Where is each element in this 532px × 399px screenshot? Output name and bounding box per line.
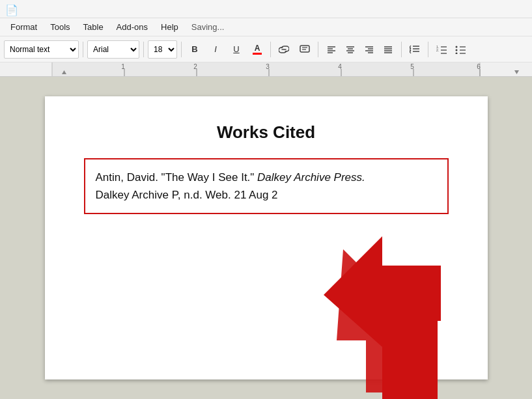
align-left-icon xyxy=(327,46,336,53)
document-area: Works Cited Antin, David. "The Way I See… xyxy=(0,77,532,399)
svg-text:3: 3 xyxy=(266,63,270,70)
ruler-svg: 1 2 3 4 5 6 xyxy=(0,62,532,77)
page: Works Cited Antin, David. "The Way I See… xyxy=(45,96,488,379)
align-right-button[interactable] xyxy=(360,40,378,59)
italic-button[interactable]: I xyxy=(206,40,225,59)
underline-button[interactable]: U xyxy=(227,40,245,59)
svg-rect-1 xyxy=(300,46,309,52)
toolbar: Normal text Arial 18 B I U A xyxy=(0,36,532,62)
list-group: 1. 2. xyxy=(432,40,469,59)
svg-text:1: 1 xyxy=(121,63,125,70)
line-spacing-icon xyxy=(410,45,420,54)
toolbar-separator-5 xyxy=(318,42,318,57)
document-title: Works Cited xyxy=(84,122,449,143)
citation-line-1: Antin, David. "The Way I See It." Dalkey… xyxy=(96,169,437,186)
comment-icon xyxy=(300,45,310,54)
font-color-bar xyxy=(253,53,262,55)
svg-point-30 xyxy=(456,49,458,51)
font-color-button[interactable]: A xyxy=(248,40,266,59)
menu-help[interactable]: Help xyxy=(156,20,184,34)
ordered-list-button[interactable]: 1. 2. xyxy=(432,40,451,59)
link-button[interactable] xyxy=(275,40,293,59)
font-color-letter: A xyxy=(255,44,260,52)
align-justify-icon xyxy=(384,46,393,53)
toolbar-separator-3 xyxy=(181,42,182,57)
link-icon xyxy=(279,46,289,53)
align-justify-button[interactable] xyxy=(379,40,397,59)
align-group xyxy=(322,40,397,59)
svg-point-31 xyxy=(456,52,458,54)
font-select[interactable]: Arial xyxy=(87,40,139,59)
menu-table[interactable]: Table xyxy=(78,20,109,34)
toolbar-separator-6 xyxy=(401,42,402,57)
align-right-icon xyxy=(365,46,374,53)
svg-text:2.: 2. xyxy=(436,48,439,52)
app-window: 📄 Format Tools Table Add-ons Help Saving… xyxy=(0,0,532,399)
app-icon: 📄 xyxy=(5,4,16,14)
ruler: 1 2 3 4 5 6 xyxy=(0,62,532,77)
citation-box: Antin, David. "The Way I See It." Dalkey… xyxy=(84,158,449,214)
ordered-list-icon: 1. 2. xyxy=(436,45,447,54)
toolbar-separator-1 xyxy=(83,42,83,57)
unordered-list-icon xyxy=(455,45,466,54)
svg-text:4: 4 xyxy=(338,63,342,70)
size-select[interactable]: 18 xyxy=(148,40,177,59)
menu-bar: Format Tools Table Add-ons Help Saving..… xyxy=(0,18,532,36)
svg-text:5: 5 xyxy=(410,63,414,70)
line-spacing-button[interactable] xyxy=(406,40,424,59)
align-left-button[interactable] xyxy=(322,40,341,59)
style-select[interactable]: Normal text xyxy=(4,40,79,59)
bold-button[interactable]: B xyxy=(186,40,204,59)
toolbar-separator-4 xyxy=(270,42,271,57)
citation-line-2: Dalkey Archive P, n.d. Web. 21 Aug 2 xyxy=(96,186,437,204)
align-center-icon xyxy=(346,46,355,53)
svg-text:6: 6 xyxy=(477,63,481,70)
align-center-button[interactable] xyxy=(341,40,359,59)
unordered-list-button[interactable] xyxy=(451,40,469,59)
toolbar-separator-2 xyxy=(143,42,144,57)
menu-addons[interactable]: Add-ons xyxy=(111,20,153,34)
svg-point-29 xyxy=(456,46,458,48)
title-bar: 📄 xyxy=(0,0,532,18)
svg-text:2: 2 xyxy=(193,63,197,70)
menu-format[interactable]: Format xyxy=(5,20,42,34)
menu-tools[interactable]: Tools xyxy=(45,20,75,34)
saving-status: Saving... xyxy=(191,22,225,32)
comment-button[interactable] xyxy=(296,40,314,59)
citation-line1-plain: Antin, David. "The Way I See It." xyxy=(96,171,258,184)
toolbar-separator-7 xyxy=(428,42,428,57)
citation-line1-italic: Dalkey Archive Press. xyxy=(257,171,365,184)
